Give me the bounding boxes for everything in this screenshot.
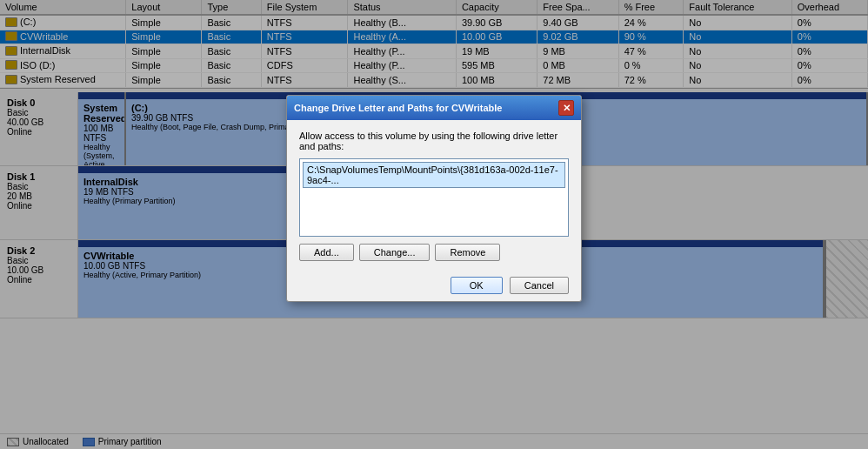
cancel-button[interactable]: Cancel (510, 277, 569, 294)
modal-close-button[interactable]: ✕ (558, 100, 574, 116)
change-button[interactable]: Change... (359, 244, 431, 261)
modal-action-buttons: Add... Change... Remove (299, 244, 569, 261)
path-list: C:\SnapVolumesTemp\MountPoints\{381d163a… (299, 158, 569, 237)
path-item[interactable]: C:\SnapVolumesTemp\MountPoints\{381d163a… (303, 162, 565, 188)
add-button[interactable]: Add... (299, 244, 354, 261)
modal-confirm-buttons: OK Cancel (299, 270, 569, 294)
ok-button[interactable]: OK (451, 277, 503, 294)
modal-description: Allow access to this volume by using the… (299, 131, 569, 151)
remove-button[interactable]: Remove (435, 244, 500, 261)
modal-body: Allow access to this volume by using the… (287, 120, 581, 301)
modal-titlebar: Change Drive Letter and Paths for CVWrit… (287, 96, 581, 120)
modal-window: Change Drive Letter and Paths for CVWrit… (286, 95, 582, 302)
modal-overlay: Change Drive Letter and Paths for CVWrit… (0, 0, 868, 449)
modal-title: Change Drive Letter and Paths for CVWrit… (294, 103, 502, 113)
